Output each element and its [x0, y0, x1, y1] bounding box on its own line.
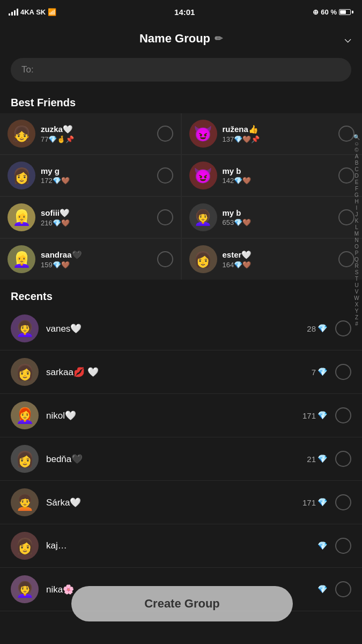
select-circle[interactable] — [335, 581, 351, 597]
recent-item-sarka[interactable]: 🧑‍🦱 Sárka🤍 171💎 — [0, 481, 362, 524]
best-friend-item-5[interactable]: 👱‍♀️ sofiii🤍 216💎🤎 — [0, 197, 181, 238]
header-title: Name Group ✏ — [139, 32, 223, 46]
recent-item-vanes[interactable]: 👩‍🦱 vanes🤍 28💎 — [0, 307, 362, 350]
friend-name: zuzka🤍 — [41, 125, 152, 134]
avatar-myb1: 😈 — [189, 162, 217, 189]
alpha-p[interactable]: P — [355, 250, 359, 256]
best-friend-item-6[interactable]: 👩‍🦱 my b 653💎🤎 — [182, 197, 363, 238]
alpha-y[interactable]: Y — [355, 308, 359, 314]
recent-item-bedna[interactable]: 👩 bedňa🖤 21💎 — [0, 437, 362, 481]
recent-item-nikol[interactable]: 👩‍🦰 nikol🤍 171💎 — [0, 394, 362, 437]
alpha-d[interactable]: D — [354, 173, 358, 179]
avatar-sarkaa: 👩 — [11, 358, 39, 386]
best-friend-item-7[interactable]: 👱‍♀️ sandraa🖤 159💎🤎 — [0, 239, 181, 280]
friend-name: my b — [223, 208, 334, 217]
signal-bar-1 — [9, 13, 10, 16]
battery-icon — [339, 9, 353, 15]
best-friend-item-4[interactable]: 😈 my b 142💎🤎 — [182, 155, 363, 196]
alphabet-index: 🔍 ☺ © A B C D E F G H I J K L M N O P Q … — [351, 134, 362, 327]
recents-label: Recents — [0, 284, 362, 307]
avatar-vanes: 👩‍🦱 — [11, 314, 39, 342]
battery-pct: 60 % — [321, 8, 337, 16]
avatar-myb2: 👩‍🦱 — [189, 203, 217, 231]
friend-name: sofiii🤍 — [41, 208, 152, 218]
wifi-icon: 📶 — [48, 8, 56, 16]
friend-score: 77💎🤞📌 — [41, 135, 152, 143]
alpha-o[interactable]: O — [354, 244, 359, 250]
alpha-search[interactable]: 🔍 — [353, 134, 360, 140]
select-circle[interactable] — [157, 209, 173, 225]
select-circle[interactable] — [335, 451, 351, 467]
select-circle[interactable] — [335, 494, 351, 510]
alpha-c[interactable]: C — [354, 166, 358, 172]
friend-name: ester🤍 — [223, 250, 334, 260]
alpha-a[interactable]: A — [355, 153, 359, 159]
alpha-q[interactable]: Q — [354, 257, 359, 262]
select-circle[interactable] — [335, 407, 351, 423]
alpha-smiley[interactable]: ☺ — [354, 141, 359, 147]
alpha-x[interactable]: X — [355, 302, 359, 308]
alpha-hash[interactable]: # — [355, 321, 358, 327]
best-friend-item-1[interactable]: 👧 zuzka🤍 77💎🤞📌 — [0, 113, 181, 154]
friend-score: 653💎🤎 — [223, 218, 334, 226]
best-friend-item-3[interactable]: 👩 my g 172💎🤎 — [0, 155, 181, 196]
alpha-m[interactable]: M — [354, 231, 359, 237]
alpha-u[interactable]: U — [354, 282, 358, 288]
avatar-sarka: 🧑‍🦱 — [11, 488, 39, 516]
to-field[interactable]: To: — [11, 58, 351, 82]
select-circle[interactable] — [157, 251, 173, 267]
recent-name: nikol🤍 — [46, 410, 295, 421]
alpha-w[interactable]: W — [354, 295, 359, 301]
select-circle[interactable] — [335, 320, 351, 336]
friend-info-ester: ester🤍 164💎🤎 — [223, 250, 334, 269]
time-display: 14:01 — [174, 8, 195, 17]
alpha-z[interactable]: Z — [355, 314, 358, 320]
friend-name: sandraa🖤 — [41, 250, 152, 260]
header: Name Group ✏ ⌵ — [0, 24, 362, 54]
alpha-t[interactable]: T — [355, 276, 358, 282]
recent-name: Sárka🤍 — [46, 497, 295, 508]
alpha-k[interactable]: K — [355, 218, 359, 224]
best-friend-item-2[interactable]: 😈 ružena👍 137💎🤎📌 — [182, 113, 363, 154]
avatar-ester: 👩 — [189, 245, 217, 273]
alpha-f[interactable]: F — [355, 186, 358, 192]
alpha-i[interactable]: I — [356, 205, 358, 211]
recent-item-kaj[interactable]: 👩 kaj… 💎 — [0, 524, 362, 568]
alpha-l[interactable]: L — [355, 224, 358, 230]
select-circle[interactable] — [335, 538, 351, 554]
alpha-r[interactable]: R — [354, 263, 358, 269]
status-bar: 4KA SK 📶 14:01 ⊕ 60 % — [0, 0, 362, 24]
signal-bars — [9, 9, 18, 16]
recent-score: 171💎 — [302, 411, 328, 420]
alpha-v[interactable]: V — [355, 289, 359, 295]
alpha-s[interactable]: S — [355, 269, 359, 275]
select-circle[interactable] — [157, 126, 173, 142]
recent-score: 21💎 — [307, 454, 328, 464]
recent-name: vanes🤍 — [46, 323, 299, 334]
best-friend-item-8[interactable]: 👩 ester🤍 164💎🤎 — [182, 239, 363, 280]
alpha-j[interactable]: J — [356, 211, 358, 217]
alpha-b[interactable]: B — [355, 160, 359, 166]
location-icon: ⊕ — [313, 8, 319, 16]
alpha-e[interactable]: E — [355, 179, 359, 185]
alpha-g[interactable]: G — [354, 192, 359, 198]
select-circle[interactable] — [335, 364, 351, 380]
avatar-nika: 👩‍🦱 — [11, 575, 39, 603]
edit-icon[interactable]: ✏ — [215, 33, 223, 45]
friend-score: 159💎🤎 — [41, 261, 152, 269]
to-label: To: — [21, 64, 34, 75]
chevron-down-icon[interactable]: ⌵ — [344, 32, 351, 46]
friend-info-zuzka: zuzka🤍 77💎🤞📌 — [41, 125, 152, 143]
alpha-h[interactable]: H — [354, 199, 358, 204]
select-circle[interactable] — [157, 167, 173, 184]
recent-score: 7💎 — [312, 367, 328, 377]
recent-score: 28💎 — [307, 324, 328, 333]
recent-item-sarkaa[interactable]: 👩 sarkaa💋 🤍 7💎 — [0, 350, 362, 394]
best-friends-grid: 👧 zuzka🤍 77💎🤞📌 😈 ružena👍 137💎🤎📌 👩 my g 1… — [0, 113, 362, 280]
alpha-n[interactable]: N — [354, 237, 358, 243]
group-name-label: Name Group — [139, 32, 210, 46]
recent-name: bedňa🖤 — [46, 453, 299, 465]
create-group-button[interactable]: Create Group — [71, 586, 293, 621]
avatar-nikol: 👩‍🦰 — [11, 401, 39, 429]
alpha-copy[interactable]: © — [354, 147, 358, 153]
